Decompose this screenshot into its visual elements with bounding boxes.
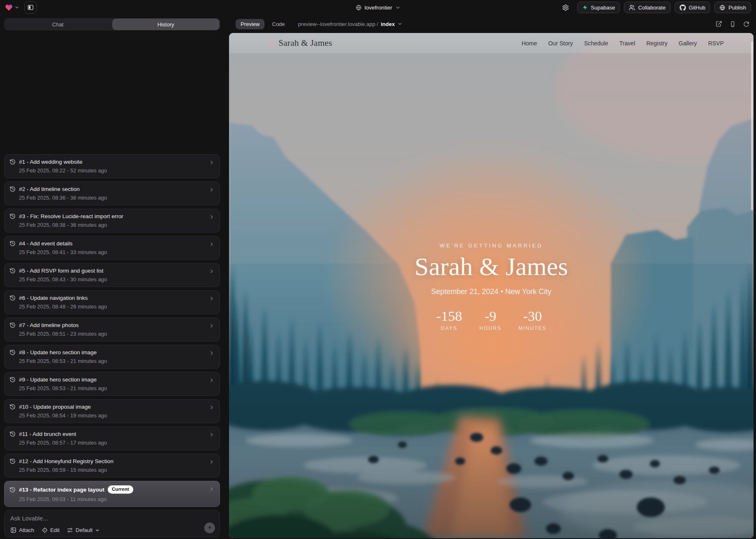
open-external-icon[interactable] <box>716 21 722 27</box>
history-item-timestamp: 25 Feb 2025, 08:48 - 26 minutes ago <box>19 304 215 310</box>
history-item-title: #11 - Add brunch event <box>19 431 76 437</box>
attach-button[interactable]: Attach <box>10 527 34 533</box>
edit-button[interactable]: Edit <box>42 527 59 533</box>
chevron-right-icon[interactable] <box>209 377 215 383</box>
tab-preview[interactable]: Preview <box>236 19 265 29</box>
history-item[interactable]: #12 - Add Honeyfund Registry Section 25 … <box>4 454 220 478</box>
site-nav-link[interactable]: Gallery <box>679 40 697 47</box>
attach-label: Attach <box>19 527 34 533</box>
history-clock-icon <box>9 295 16 301</box>
lovable-app: lovefrontier Supabase <box>0 0 756 539</box>
chevron-right-icon[interactable] <box>209 214 215 220</box>
image-attach-icon <box>10 527 17 533</box>
history-item[interactable]: #1 - Add wedding website 25 Feb 2025, 08… <box>4 154 220 178</box>
site-nav-link[interactable]: Registry <box>646 40 667 47</box>
history-item-timestamp: 25 Feb 2025, 08:38 - 36 minutes ago <box>19 222 215 228</box>
history-clock-icon <box>9 404 16 410</box>
history-item-timestamp: 25 Feb 2025, 08:43 - 30 minutes ago <box>19 276 215 282</box>
ask-lovable-input[interactable] <box>10 515 184 522</box>
site-nav-link[interactable]: RSVP <box>708 40 724 47</box>
collaborate-button[interactable]: Collaborate <box>624 2 671 13</box>
collaborate-label: Collaborate <box>638 5 666 11</box>
preview-url-selector[interactable]: preview--lovefrontier.lovable.app / inde… <box>298 21 402 27</box>
site-nav-link[interactable]: Our Story <box>548 40 573 47</box>
github-icon <box>680 5 686 11</box>
lovable-logo-menu[interactable] <box>5 4 19 12</box>
site-nav-link[interactable]: Schedule <box>584 40 608 47</box>
mode-label: Default <box>76 527 92 533</box>
sliders-icon <box>67 527 73 533</box>
chevron-right-icon[interactable] <box>209 323 215 329</box>
preview-panel: Preview Code preview--lovefrontier.lovab… <box>224 15 756 539</box>
countdown-value: -158 <box>436 309 463 323</box>
history-clock-icon <box>9 377 16 383</box>
chevron-right-icon[interactable] <box>209 160 215 165</box>
tab-code[interactable]: Code <box>268 19 289 29</box>
history-item[interactable]: #3 - Fix: Resolve Lucide-react import er… <box>4 209 220 233</box>
history-clock-icon <box>9 487 16 493</box>
history-item-title: #9 - Update hero section image <box>19 377 97 383</box>
settings-button[interactable] <box>560 4 572 12</box>
history-item-timestamp: 25 Feb 2025, 09:03 - 11 minutes ago <box>19 496 215 502</box>
history-item[interactable]: #10 - Update proposal image 25 Feb 2025,… <box>4 399 220 423</box>
mode-selector[interactable]: Default <box>67 527 100 533</box>
history-item[interactable]: #2 - Add timeline section 25 Feb 2025, 0… <box>4 181 220 205</box>
history-clock-icon <box>9 349 16 355</box>
publish-button[interactable]: Publish <box>714 2 751 13</box>
history-item-timestamp: 25 Feb 2025, 08:54 - 19 minutes ago <box>19 412 215 419</box>
tab-chat[interactable]: Chat <box>4 18 112 31</box>
chevron-right-icon[interactable] <box>209 187 215 193</box>
site-nav-link[interactable]: Home <box>522 40 537 47</box>
project-selector[interactable]: lovefrontier <box>356 0 401 15</box>
send-button[interactable] <box>204 523 215 533</box>
refresh-icon[interactable] <box>743 21 749 27</box>
history-item-title: #3 - Fix: Resolve Lucide-react import er… <box>19 213 123 219</box>
hero-date-location: September 21, 2024 • New York City <box>229 287 754 296</box>
chevron-right-icon[interactable] <box>209 459 215 465</box>
history-item-title: #4 - Add event details <box>19 240 73 247</box>
chevron-right-icon[interactable] <box>209 432 215 438</box>
history-item-timestamp: 25 Feb 2025, 08:41 - 33 minutes ago <box>19 249 215 255</box>
history-item-title: #10 - Update proposal image <box>19 404 91 410</box>
history-item[interactable]: #5 - Add RSVP form and guest list 25 Feb… <box>4 263 220 287</box>
chat-composer: Attach Edit <box>4 510 220 537</box>
history-item[interactable]: #13 - Refactor index page layout Current… <box>4 481 220 507</box>
chat-history-tabs: Chat History <box>4 18 220 31</box>
chevron-right-icon[interactable] <box>209 486 215 492</box>
sidebar: Chat History #1 - Add wedding website <box>0 15 224 539</box>
mobile-view-icon[interactable] <box>730 21 736 27</box>
chevron-right-icon[interactable] <box>209 296 215 301</box>
history-clock-icon <box>9 458 16 464</box>
supabase-button[interactable]: Supabase <box>577 2 620 13</box>
chevron-right-icon[interactable] <box>209 241 215 247</box>
chevron-right-icon[interactable] <box>209 268 215 274</box>
globe-icon <box>356 5 362 11</box>
sidebar-toggle-button[interactable] <box>24 1 37 14</box>
gear-icon <box>562 4 569 11</box>
history-item-timestamp: 25 Feb 2025, 08:51 - 23 minutes ago <box>19 331 215 337</box>
history-item-title: #2 - Add timeline section <box>19 186 80 192</box>
preview-url-page: index <box>381 21 395 27</box>
github-button[interactable]: GitHub <box>675 2 710 13</box>
history-item[interactable]: #6 - Update navigation links 25 Feb 2025… <box>4 290 220 314</box>
tab-history[interactable]: History <box>112 19 220 30</box>
heart-outline-icon <box>267 39 275 47</box>
chevron-right-icon[interactable] <box>209 405 215 410</box>
chevron-down-icon <box>397 21 402 26</box>
history-item[interactable]: #7 - Add timeline photos 25 Feb 2025, 08… <box>4 318 220 341</box>
countdown-value: -30 <box>519 309 547 323</box>
countdown-label: HOURS <box>477 325 504 331</box>
history-item[interactable]: #9 - Update hero section image 25 Feb 20… <box>4 372 220 396</box>
site-logo[interactable]: Sarah & James <box>267 38 332 48</box>
supabase-label: Supabase <box>591 5 615 11</box>
chevron-right-icon[interactable] <box>209 350 215 356</box>
preview-scrollbar-thumb[interactable] <box>751 41 753 210</box>
history-item[interactable]: #11 - Add brunch event 25 Feb 2025, 08:5… <box>4 426 220 450</box>
hero-eyebrow: WE'RE GETTING MARRIED <box>229 242 754 249</box>
site-nav-link[interactable]: Travel <box>619 40 635 47</box>
countdown: -158 DAYS -9 HOURS -30 MINUTES <box>229 309 754 331</box>
history-item-title: #1 - Add wedding website <box>19 159 83 165</box>
chevron-down-icon <box>95 528 100 533</box>
history-item[interactable]: #4 - Add event details 25 Feb 2025, 08:4… <box>4 236 220 260</box>
history-item[interactable]: #8 - Update hero section image 25 Feb 20… <box>4 345 220 369</box>
